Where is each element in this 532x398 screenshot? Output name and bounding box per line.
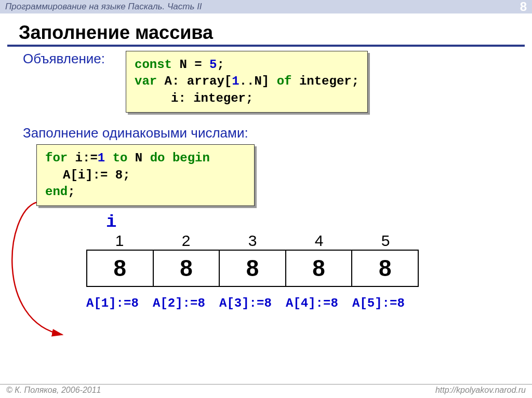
cell: 8 [154,251,220,286]
assignment: A[1]:=8 [86,296,153,310]
slide-title: Заполнение массива [19,22,532,44]
footer-copyright: © К. Поляков, 2006-2011 [6,386,101,395]
index: 1 [86,232,153,250]
assignment: A[2]:=8 [153,296,219,310]
footer-url: http://kpolyakov.narod.ru [435,386,526,395]
assignment: A[4]:=8 [286,296,352,310]
index: 4 [286,232,352,250]
header-subject: Программирование на языке Паскаль. Часть… [5,2,202,12]
i-variable-label: i [106,212,513,232]
code-fill: for i:=1 to N do begin A[i]:= 8; end; [36,144,255,206]
assignment: A[3]:=8 [219,296,286,310]
code-declaration: const N = 5; var A: array[1..N] of integ… [126,51,368,113]
assignment: A[5]:=8 [352,296,419,310]
array-cells: 8 8 8 8 8 [86,250,419,287]
cell: 8 [352,251,418,286]
declaration-label: Объявление: [23,51,105,67]
cell: 8 [286,251,353,286]
slide-header: Программирование на языке Паскаль. Часть… [0,0,532,13]
index: 5 [352,232,419,250]
array-indices: 1 2 3 4 5 [86,232,513,250]
slide-footer: © К. Поляков, 2006-2011 http://kpolyakov… [0,384,532,398]
array-visualization: 1 2 3 4 5 8 8 8 8 8 [86,232,513,287]
cell: 8 [220,251,286,286]
index: 2 [153,232,219,250]
fill-label: Заполнение одинаковыми числами: [23,125,513,141]
cell: 8 [87,251,154,286]
page-number: 8 [520,0,527,14]
assignment-sequence: A[1]:=8 A[2]:=8 A[3]:=8 A[4]:=8 A[5]:=8 [86,296,513,310]
index: 3 [219,232,286,250]
